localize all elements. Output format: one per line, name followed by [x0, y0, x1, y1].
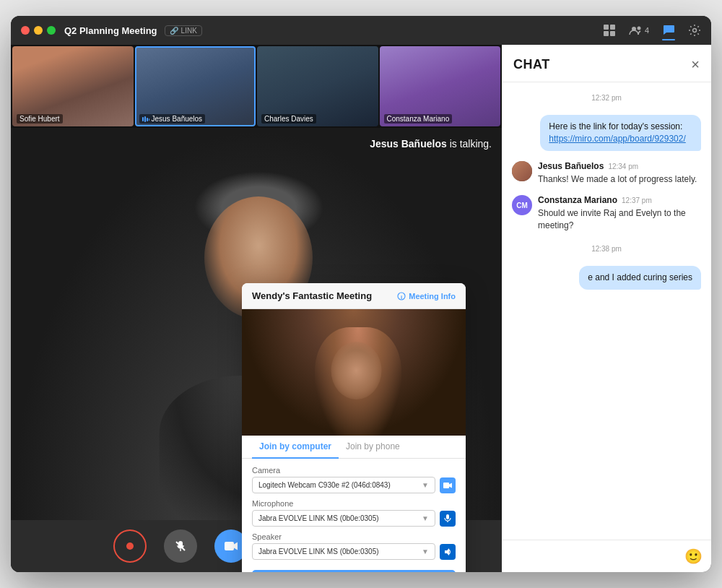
title-bar: Q2 Planning Meeting 🔗 LINK [11, 16, 711, 45]
svg-rect-10 [149, 118, 149, 121]
record-button[interactable] [113, 529, 147, 563]
speaker-select-wrap: Jabra EVOLVE LINK MS (0b0e:0305) ▼ [252, 543, 456, 560]
window-title: Q2 Planning Meeting [64, 25, 157, 36]
chat-footer: 🙂 [502, 540, 711, 572]
timestamp-1238: 12:38 pm [512, 245, 701, 253]
camera-select-wrap: Logitech Webcam C930e #2 (046d:0843) ▼ [252, 477, 456, 493]
svg-rect-14 [225, 542, 234, 550]
speaker-chevron: ▼ [422, 548, 429, 555]
constanza-avatar: CM [512, 195, 532, 215]
message-row-constanza: CM Constanza Mariano 12:37 pm Should we … [512, 195, 701, 232]
camera-select[interactable]: Logitech Webcam C930e #2 (046d:0843) ▼ [252, 477, 435, 493]
join-meeting-popup: Wendy's Fantastic Meeting i Meeting Info [242, 283, 466, 572]
link-icon: 🔗 [170, 27, 178, 35]
thumbnail-label-sofie: Sofie Hubert [17, 114, 63, 124]
chat-close-button[interactable]: × [691, 56, 700, 73]
popup-video [242, 309, 466, 436]
thumbnail-strip: Sofie Hubert Jesus Bañuelos [11, 45, 502, 128]
svg-rect-9 [147, 118, 148, 121]
jesus-sender-name: Jesus Bañuelos [538, 161, 604, 171]
meeting-info-label: Meeting Info [409, 292, 456, 301]
thumbnail-charles[interactable]: Charles Davies [257, 46, 378, 126]
thumbnail-sofie[interactable]: Sofie Hubert [12, 46, 134, 126]
chat-panel: CHAT × 12:32 pm Here is the link for tod… [502, 45, 711, 572]
svg-point-11 [126, 542, 134, 550]
chat-button[interactable] [662, 25, 675, 36]
svg-point-5 [637, 27, 640, 30]
chat-messages: 12:32 pm Here is the link for today's se… [502, 82, 711, 540]
popup-video-background [242, 309, 466, 436]
svg-text:i: i [401, 293, 402, 300]
chat-header: CHAT × [502, 45, 711, 82]
speaker-status: Jesus Bañuelos is talking. [370, 138, 492, 150]
speaker-field: Speaker Jabra EVOLVE LINK MS (0b0e:0305)… [252, 532, 456, 560]
settings-button[interactable] [688, 24, 701, 37]
jesus-avatar [512, 161, 532, 181]
svg-rect-25 [443, 483, 449, 488]
traffic-lights [21, 26, 56, 35]
popup-header: Wendy's Fantastic Meeting i Meeting Info [242, 283, 466, 309]
speaker-name: Jesus Bañuelos [370, 138, 447, 150]
maximize-button[interactable] [47, 26, 56, 35]
session-link[interactable]: https://miro.com/app/board/929302/ [549, 134, 685, 144]
constanza-msg-time: 12:37 pm [622, 196, 652, 204]
constanza-message-content: Constanza Mariano 12:37 pm Should we inv… [538, 195, 701, 232]
minimize-button[interactable] [34, 26, 43, 35]
jesus-name: Jesus Bañuelos [152, 115, 203, 123]
speaker-value: Jabra EVOLVE LINK MS (0b0e:0305) [258, 548, 422, 555]
speaker-select[interactable]: Jabra EVOLVE LINK MS (0b0e:0305) ▼ [252, 543, 435, 560]
microphone-label: Microphone [252, 499, 456, 508]
popup-body: Camera Logitech Webcam C930e #2 (046d:08… [242, 459, 466, 572]
camera-field: Camera Logitech Webcam C930e #2 (046d:08… [252, 466, 456, 493]
camera-icon [440, 477, 456, 493]
timestamp-1232: 12:32 pm [512, 94, 701, 102]
constanza-sender-name: Constanza Mariano [538, 195, 617, 205]
constanza-sender-line: Constanza Mariano 12:37 pm [538, 195, 701, 205]
svg-rect-0 [604, 25, 609, 30]
svg-point-6 [693, 29, 697, 33]
video-area: Sofie Hubert Jesus Bañuelos [11, 45, 502, 572]
main-content: Sofie Hubert Jesus Bañuelos [11, 45, 711, 572]
participant-count: 4 [645, 26, 649, 35]
thumbnail-label-charles: Charles Davies [261, 114, 316, 124]
microphone-field: Microphone Jabra EVOLVE LINK MS (0b0e:03… [252, 499, 456, 527]
link-label: LINK [181, 27, 197, 35]
self-message-1: Here is the link for today's session: ht… [540, 115, 701, 151]
meeting-info-link[interactable]: i Meeting Info [397, 292, 456, 301]
thumbnail-constanza[interactable]: Constanza Mariano [380, 46, 501, 126]
jesus-msg-text: Thanks! We made a lot of progress lately… [538, 173, 701, 186]
thumbnail-jesus[interactable]: Jesus Bañuelos [135, 46, 256, 126]
jesus-sender-line: Jesus Bañuelos 12:34 pm [538, 161, 701, 171]
camera-value: Logitech Webcam C930e #2 (046d:0843) [258, 481, 422, 489]
grid-view-button[interactable] [603, 24, 616, 37]
svg-rect-2 [604, 31, 609, 36]
microphone-value: Jabra EVOLVE LINK MS (0b0e:0305) [258, 514, 422, 522]
jesus-msg-time: 12:34 pm [608, 163, 638, 170]
tab-join-phone[interactable]: Join by phone [339, 436, 407, 459]
sofie-name: Sofie Hubert [19, 115, 60, 123]
thumbnail-label-jesus: Jesus Bañuelos [139, 114, 206, 124]
join-meeting-button[interactable]: Join meeting [252, 570, 456, 572]
microphone-select[interactable]: Jabra EVOLVE LINK MS (0b0e:0305) ▼ [252, 510, 435, 527]
microphone-select-wrap: Jabra EVOLVE LINK MS (0b0e:0305) ▼ [252, 510, 456, 527]
svg-rect-1 [610, 25, 615, 30]
tab-join-computer[interactable]: Join by computer [252, 436, 339, 459]
speaker-icon [440, 544, 456, 560]
emoji-button[interactable]: 🙂 [684, 548, 703, 565]
constanza-msg-text: Should we invite Raj and Evelyn to the m… [538, 207, 701, 232]
link-badge[interactable]: 🔗 LINK [165, 25, 202, 36]
popup-tabs: Join by computer Join by phone [242, 436, 466, 459]
mute-button[interactable] [164, 529, 197, 563]
svg-rect-3 [610, 31, 615, 36]
camera-chevron: ▼ [422, 481, 429, 489]
speaker-talking: is talking. [450, 138, 492, 150]
microphone-chevron: ▼ [422, 514, 429, 522]
app-window: Q2 Planning Meeting 🔗 LINK [11, 16, 711, 572]
jesus-message-content: Jesus Bañuelos 12:34 pm Thanks! We made … [538, 161, 701, 186]
popup-title: Wendy's Fantastic Meeting [252, 290, 372, 301]
title-bar-actions: 4 [603, 24, 701, 37]
constanza-name: Constanza Mariano [387, 115, 450, 123]
close-button[interactable] [21, 26, 30, 35]
chat-title: CHAT [513, 57, 550, 72]
participants-button[interactable]: 4 [629, 25, 649, 35]
